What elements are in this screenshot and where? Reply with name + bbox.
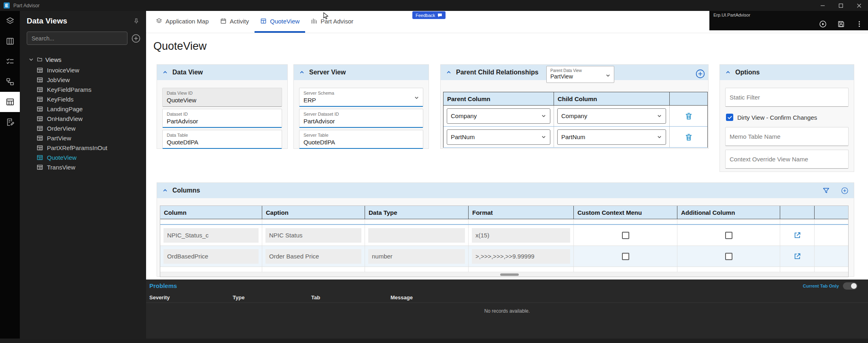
- column-cell[interactable]: OrdBasedPrice: [163, 249, 259, 264]
- feedback-button[interactable]: Feedback: [412, 11, 446, 19]
- data-view-id-field[interactable]: Data View ID QuoteView: [162, 88, 282, 107]
- external-link-icon[interactable]: [794, 252, 801, 260]
- filter-icon[interactable]: [822, 187, 830, 195]
- rail-item-layers[interactable]: [0, 11, 20, 31]
- problems-title[interactable]: Problems: [149, 282, 177, 289]
- field-label: Server Table: [303, 133, 419, 138]
- data-type-cell[interactable]: [368, 228, 465, 243]
- chevron-up-icon[interactable]: [299, 70, 305, 75]
- columns-row-npic-status-c: NPIC_Status_c NPIC Status x(15): [160, 225, 848, 246]
- checklist-icon: [6, 57, 15, 66]
- tree-item-transview[interactable]: TransView: [20, 162, 146, 172]
- rail-item-board[interactable]: [0, 31, 20, 51]
- tab-activity[interactable]: Activity: [214, 11, 255, 33]
- scrollbar-thumb[interactable]: [500, 273, 519, 276]
- format-cell[interactable]: >,>>>,>>>,>>9.99999: [472, 249, 570, 264]
- context-override-view-name-field[interactable]: Context Override View Name: [725, 150, 849, 169]
- delete-relationship-icon[interactable]: [685, 133, 693, 141]
- minimize-button[interactable]: [813, 0, 832, 11]
- format-cell[interactable]: x(15): [472, 228, 570, 243]
- data-type-cell[interactable]: number: [368, 249, 465, 264]
- tree-item-partxrefparamsinout[interactable]: PartXRefParamsInOut: [20, 143, 146, 152]
- memo-table-name-field[interactable]: Memo Table Name: [725, 127, 849, 146]
- add-view-button[interactable]: [131, 34, 141, 43]
- server-table-field[interactable]: Server Table QuoteDtlPA: [299, 130, 423, 149]
- caption-cell[interactable]: Order Based Price: [265, 249, 361, 264]
- parent-child-panel: Parent Child Relationships Parent Data V…: [440, 64, 709, 149]
- grid-icon: [37, 77, 43, 83]
- add-relationship-button[interactable]: [695, 69, 705, 79]
- add-column-button[interactable]: [841, 187, 849, 195]
- maximize-button[interactable]: [832, 0, 850, 11]
- chevron-up-icon[interactable]: [162, 70, 168, 75]
- delete-relationship-icon[interactable]: [685, 112, 693, 120]
- tab-part-advisor[interactable]: Part Advisor: [305, 11, 359, 33]
- save-button[interactable]: [837, 20, 845, 28]
- parent-column-select[interactable]: PartNum: [447, 129, 550, 145]
- col-header-blank: [815, 206, 848, 219]
- sidebar-heading: Data Views: [27, 17, 67, 25]
- part-advisor-window: Part Advisor Data Views Views: [0, 0, 868, 343]
- chevron-up-icon[interactable]: [162, 188, 168, 193]
- tab-label: Application Map: [166, 18, 209, 25]
- tree-item-onhandview[interactable]: OnHandView: [20, 114, 146, 123]
- sidebar: Data Views Views InvoiceView JobVie: [20, 11, 146, 343]
- parent-child-table: Parent ColumnChild Column Company Compan…: [443, 92, 708, 148]
- chevron-up-icon[interactable]: [446, 70, 452, 75]
- chevron-up-icon[interactable]: [725, 70, 731, 75]
- overflow-menu-button[interactable]: [855, 20, 863, 28]
- column-cell[interactable]: NPIC_Status_c: [163, 228, 259, 243]
- tab-quoteview[interactable]: QuoteView: [255, 11, 305, 33]
- data-table-field[interactable]: Data Table QuoteDtlPA: [162, 130, 282, 149]
- search-input[interactable]: [27, 32, 127, 45]
- caption-cell[interactable]: NPIC Status: [265, 228, 361, 243]
- dirty-view-checkbox[interactable]: [726, 114, 733, 121]
- col-header-caption: Caption: [262, 206, 365, 219]
- child-column-select[interactable]: PartNum: [557, 129, 666, 145]
- pin-icon[interactable]: [133, 18, 140, 25]
- tab-application-map[interactable]: Application Map: [150, 11, 214, 33]
- custom-context-menu-checkbox[interactable]: [622, 232, 629, 239]
- tree-item-orderview[interactable]: OrderView: [20, 123, 146, 133]
- tree-item-keyfields[interactable]: KeyFields: [20, 94, 146, 104]
- tree-item-keyfieldparams[interactable]: KeyFieldParams: [20, 85, 146, 94]
- grid-icon: [37, 125, 43, 131]
- tree-item-partview[interactable]: PartView: [20, 133, 146, 143]
- tree-root-views[interactable]: Views: [20, 55, 146, 64]
- next-row-partial: [160, 267, 848, 272]
- server-view-panel: Server View Server Schema ERP Server Dat…: [293, 64, 429, 149]
- tree-item-jobview[interactable]: JobView: [20, 75, 146, 85]
- rail-item-checklist[interactable]: [0, 51, 20, 72]
- additional-column-checkbox[interactable]: [725, 253, 732, 260]
- tree-item-landingpage[interactable]: LandingPage: [20, 104, 146, 114]
- child-column-select[interactable]: Company: [557, 108, 666, 124]
- field-value: QuoteView: [167, 96, 278, 104]
- dirty-view-checkbox-row: Dirty View - Confirm Changes: [726, 114, 848, 121]
- tab-label: Activity: [230, 18, 249, 25]
- field-label: Server Dataset ID: [303, 112, 419, 117]
- static-filter-field[interactable]: Static Filter: [725, 88, 849, 107]
- options-panel-header: Options: [720, 65, 854, 80]
- horizontal-scrollbar[interactable]: [160, 272, 848, 277]
- tree-item-quoteview[interactable]: QuoteView: [20, 152, 146, 162]
- tree-item-invoiceview[interactable]: InvoiceView: [20, 65, 146, 75]
- custom-context-menu-checkbox[interactable]: [622, 253, 629, 260]
- panel-title: Options: [735, 69, 760, 76]
- parent-data-view-select[interactable]: Parent Data View PartView: [546, 66, 614, 83]
- close-button[interactable]: [850, 0, 868, 11]
- server-dataset-id-field[interactable]: Server Dataset ID PartAdvisor: [299, 109, 423, 128]
- pcr-header-blank: [670, 92, 707, 106]
- rail-item-table[interactable]: [0, 92, 20, 112]
- server-schema-field[interactable]: Server Schema ERP: [299, 88, 423, 107]
- parent-column-select[interactable]: Company: [447, 108, 550, 124]
- dataset-id-field[interactable]: Dataset ID PartAdvisor: [162, 109, 282, 128]
- external-link-icon[interactable]: [794, 231, 801, 239]
- rail-item-form[interactable]: [0, 112, 20, 132]
- main-area: Application Map Activity QuoteView Part …: [146, 11, 868, 343]
- additional-column-checkbox[interactable]: [725, 232, 732, 239]
- server-view-panel-header: Server View: [294, 65, 429, 80]
- panel-title: Parent Child Relationships: [456, 69, 539, 76]
- rail-item-flow[interactable]: [0, 72, 20, 92]
- run-button[interactable]: [819, 20, 827, 28]
- current-tab-only-toggle[interactable]: [843, 282, 857, 290]
